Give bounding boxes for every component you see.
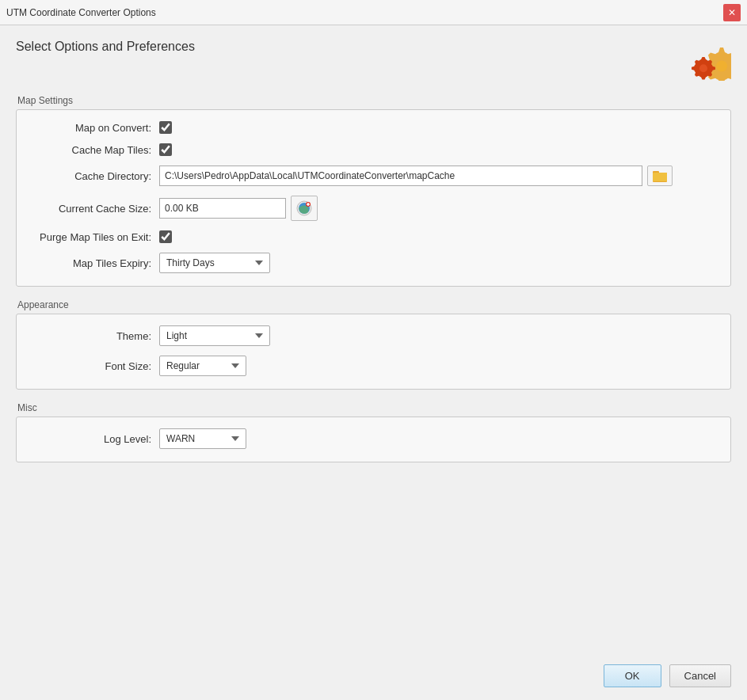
map-tiles-expiry-select[interactable]: Thirty Days One Day One Week Never xyxy=(159,253,270,273)
map-tiles-expiry-row: Map Tiles Expiry: Thirty Days One Day On… xyxy=(32,253,715,273)
cache-directory-input[interactable] xyxy=(159,165,642,186)
cache-map-tiles-checkbox[interactable] xyxy=(159,143,172,156)
close-button[interactable]: ✕ xyxy=(723,4,741,21)
svg-rect-4 xyxy=(653,173,667,181)
log-level-label: Log Level: xyxy=(32,433,159,445)
theme-select[interactable]: Light Dark System xyxy=(159,325,270,346)
log-level-row: Log Level: WARN DEBUG INFO ERROR xyxy=(32,428,715,449)
page-title: Select Options and Preferences xyxy=(16,40,195,54)
theme-label: Theme: xyxy=(32,330,159,342)
header-row: Select Options and Preferences xyxy=(16,40,731,81)
map-settings-panel: Map on Convert: Cache Map Tiles: Cache D… xyxy=(16,109,731,287)
log-level-select[interactable]: WARN DEBUG INFO ERROR xyxy=(159,428,246,449)
map-settings-section: Map Settings Map on Convert: Cache Map T… xyxy=(16,95,731,287)
appearance-section: Appearance Theme: Light Dark System Font… xyxy=(16,299,731,390)
theme-row: Theme: Light Dark System xyxy=(32,325,715,346)
appearance-panel: Theme: Light Dark System Font Size: Regu… xyxy=(16,314,731,390)
title-bar: UTM Coordinate Converter Options ✕ xyxy=(0,0,747,25)
font-size-label: Font Size: xyxy=(32,360,159,372)
purge-on-exit-checkbox[interactable] xyxy=(159,230,172,243)
cache-map-tiles-label: Cache Map Tiles: xyxy=(32,144,159,156)
cache-size-input[interactable] xyxy=(159,198,286,219)
main-content: Select Options and Preferences Map Setti… xyxy=(0,25,747,700)
cache-size-row: Current Cache Size: xyxy=(32,196,715,221)
cancel-button[interactable]: Cancel xyxy=(669,664,731,687)
ok-button[interactable]: OK xyxy=(604,664,661,687)
footer: OK Cancel xyxy=(16,658,731,687)
cache-size-label: Current Cache Size: xyxy=(32,203,159,215)
appearance-title: Appearance xyxy=(16,299,731,310)
font-size-select[interactable]: Regular Small Large xyxy=(159,356,246,376)
purge-on-exit-row: Purge Map Tiles on Exit: xyxy=(32,230,715,243)
map-on-convert-row: Map on Convert: xyxy=(32,121,715,134)
map-on-convert-label: Map on Convert: xyxy=(32,122,159,134)
window-title: UTM Coordinate Converter Options xyxy=(6,7,156,18)
purge-on-exit-label: Purge Map Tiles on Exit: xyxy=(32,231,159,243)
gear-icon xyxy=(690,40,731,81)
cache-map-tiles-row: Cache Map Tiles: xyxy=(32,143,715,156)
map-tiles-expiry-label: Map Tiles Expiry: xyxy=(32,257,159,269)
folder-icon xyxy=(653,169,667,182)
font-size-row: Font Size: Regular Small Large xyxy=(32,356,715,376)
misc-section: Misc Log Level: WARN DEBUG INFO ERROR xyxy=(16,402,731,462)
clear-cache-icon xyxy=(295,200,313,217)
map-on-convert-checkbox[interactable] xyxy=(159,121,172,134)
cache-directory-label: Cache Directory: xyxy=(32,170,159,182)
clear-cache-button[interactable] xyxy=(291,196,318,221)
misc-title: Misc xyxy=(16,402,731,413)
map-settings-title: Map Settings xyxy=(16,95,731,106)
svg-point-1 xyxy=(699,64,707,72)
browse-folder-button[interactable] xyxy=(647,165,673,186)
svg-point-0 xyxy=(716,61,727,72)
cache-directory-row: Cache Directory: xyxy=(32,165,715,186)
misc-panel: Log Level: WARN DEBUG INFO ERROR xyxy=(16,417,731,462)
